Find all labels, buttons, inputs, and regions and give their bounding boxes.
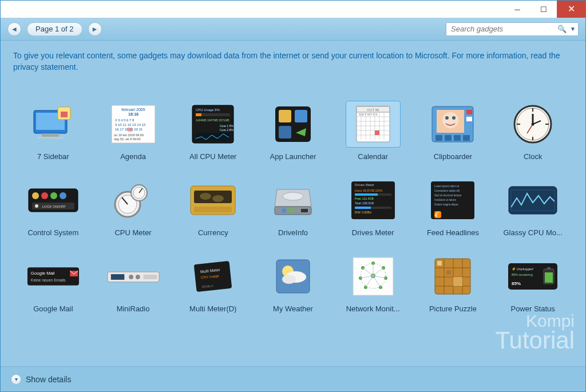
- gadget-icon: [185, 177, 240, 224]
- svg-text:Used: 65.87GB   100%: Used: 65.87GB 100%: [355, 189, 383, 192]
- svg-text:S M T W T F S: S M T W T F S: [359, 113, 378, 116]
- gadget-icon: [505, 177, 560, 224]
- gadget-label: Agenda: [120, 152, 146, 161]
- gadget-miniradio[interactable]: MiniRadio: [96, 253, 171, 313]
- gadget-my-weather[interactable]: My Weather: [255, 253, 331, 313]
- gadget-icon: [106, 253, 161, 300]
- toolbar: ◄ Page 1 of 2 ► 🔍 ▼: [1, 18, 585, 41]
- svg-rect-12: [128, 128, 132, 132]
- gadget-grid: 7 Sidebar februari 2009 18:18 2 3 4 5 6 …: [1, 78, 585, 366]
- gadget-7-sidebar[interactable]: 7 Sidebar: [15, 101, 91, 161]
- svg-text:Sed do eiusmod tempor: Sed do eiusmod tempor: [434, 194, 462, 197]
- svg-point-63: [532, 122, 534, 125]
- svg-text:2 3 4 5 6 7 8: 2 3 4 5 6 7 8: [115, 118, 134, 122]
- gadget-label: Currency: [198, 228, 228, 237]
- svg-rect-96: [355, 207, 371, 209]
- svg-point-87: [283, 192, 303, 200]
- gadget-currency[interactable]: Currency: [175, 177, 251, 237]
- gadget-icon: Drives Meter Used: 65.87GB 100% Free: 11…: [346, 177, 401, 224]
- gadget-label: All CPU Meter: [189, 152, 236, 161]
- svg-rect-151: [446, 270, 451, 275]
- svg-text:85% remaining: 85% remaining: [512, 273, 533, 276]
- search-box[interactable]: 🔍 ▼: [446, 22, 579, 36]
- svg-rect-79: [194, 191, 232, 203]
- gadget-picture-puzzle[interactable]: Picture Puzzle: [415, 253, 491, 313]
- gadget-label: Google Mail: [33, 304, 73, 313]
- gadget-label: DriveInfo: [278, 228, 308, 237]
- gadget-cpu-meter[interactable]: CPU Meter: [96, 177, 171, 237]
- svg-text:Free: 111.4GB: Free: 111.4GB: [355, 197, 374, 200]
- gadget-icon: [266, 177, 320, 224]
- svg-rect-51: [445, 135, 452, 141]
- svg-point-115: [135, 275, 140, 279]
- gadget-label: Glassy CPU Mo...: [503, 228, 562, 237]
- svg-rect-2: [42, 133, 59, 137]
- svg-text:CPU Usage   8%: CPU Usage 8%: [196, 108, 220, 112]
- svg-point-65: [32, 192, 39, 199]
- gadget-label: Multi Meter(D): [189, 304, 236, 313]
- gadget-all-cpu-meter[interactable]: CPU Usage 8% 1424MB 1947MB 3371MB Core 1…: [175, 101, 251, 161]
- svg-rect-52: [454, 135, 461, 141]
- close-button[interactable]: ✕: [557, 1, 585, 18]
- gadget-network-monitor[interactable]: Network Monit...: [335, 253, 411, 313]
- gadget-feed-headlines[interactable]: Lorem ipsum dolor sit Consectetur adipis…: [415, 177, 491, 237]
- gadget-label: Drives Meter: [352, 228, 394, 237]
- svg-rect-150: [437, 261, 442, 266]
- svg-rect-149: [453, 277, 462, 286]
- gadget-label: MiniRadio: [117, 304, 150, 313]
- svg-point-81: [212, 195, 224, 202]
- svg-text:85%: 85%: [512, 281, 521, 286]
- titlebar: ─ ☐ ✕: [1, 1, 585, 18]
- gadget-icon: [266, 101, 320, 148]
- svg-text:Keine neuen Emails: Keine neuen Emails: [31, 278, 66, 282]
- footer: ▾ Show details: [1, 366, 585, 391]
- svg-text:Core 2  8%: Core 2 8%: [220, 128, 233, 132]
- search-icon[interactable]: 🔍: [555, 25, 569, 33]
- prev-page-button[interactable]: ◄: [7, 22, 21, 36]
- svg-rect-92: [355, 193, 378, 196]
- svg-rect-50: [435, 135, 442, 141]
- svg-text:Total: 238.3GB: Total: 238.3GB: [355, 201, 374, 205]
- gadget-label: Clipboarder: [434, 152, 472, 161]
- svg-point-67: [50, 192, 57, 199]
- svg-point-47: [452, 116, 456, 120]
- gadget-app-launcher[interactable]: App Launcher: [255, 101, 331, 161]
- gadget-calendar[interactable]: OCT 06 S M T W T F S Calendar: [335, 101, 411, 161]
- gadget-clock[interactable]: Clock: [495, 101, 571, 161]
- gadget-multi-meter[interactable]: Multi Meter CPU Usage SFkilla © Multi Me…: [175, 253, 251, 313]
- svg-point-105: [436, 215, 437, 216]
- show-details-link[interactable]: Show details: [26, 375, 71, 384]
- svg-rect-53: [463, 135, 470, 141]
- gadget-label: 7 Sidebar: [37, 152, 69, 161]
- next-page-button[interactable]: ►: [88, 22, 102, 36]
- svg-text:Google Mail: Google Mail: [31, 271, 55, 276]
- chevron-down-icon[interactable]: ▾: [11, 374, 21, 385]
- privacy-notice[interactable]: To give you relevant content, some gadge…: [1, 41, 585, 78]
- gadget-driveinfo[interactable]: DriveInfo: [255, 177, 331, 237]
- gadget-label: Feed Headlines: [427, 228, 479, 237]
- gadget-icon: [505, 101, 560, 148]
- search-dropdown-icon[interactable]: ▼: [569, 26, 576, 32]
- maximize-button[interactable]: ☐: [530, 1, 557, 18]
- svg-point-85: [288, 208, 293, 213]
- gadget-clipboarder[interactable]: Clipboarder: [415, 101, 491, 161]
- gadget-icon: LOCK ON/OFF: [26, 177, 81, 224]
- svg-rect-86: [301, 209, 308, 212]
- svg-rect-48: [466, 110, 472, 114]
- gadget-power-status[interactable]: ⚡ Unplugged 85% remaining 85% Power Stat…: [495, 253, 571, 313]
- gadget-agenda[interactable]: februari 2009 18:18 2 3 4 5 6 7 8 9 10 1…: [96, 101, 171, 161]
- gadget-google-mail[interactable]: Google Mail Keine neuen Emails Google Ma…: [15, 253, 91, 313]
- svg-text:9 10 11 12 13 14 15: 9 10 11 12 13 14 15: [115, 123, 146, 126]
- svg-text:Consectetur adipis elit: Consectetur adipis elit: [434, 189, 460, 192]
- svg-text:februari 2009: februari 2009: [121, 108, 145, 112]
- gadget-control-system[interactable]: LOCK ON/OFF Control System: [15, 177, 91, 237]
- svg-text:Dolore magna aliqua: Dolore magna aliqua: [434, 203, 458, 206]
- svg-rect-156: [547, 267, 551, 270]
- minimize-button[interactable]: ─: [504, 1, 530, 18]
- svg-text:LOCK ON/OFF: LOCK ON/OFF: [42, 205, 66, 208]
- gadget-drives-meter[interactable]: Drives Meter Used: 65.87GB 100% Free: 11…: [335, 177, 411, 237]
- svg-rect-157: [545, 272, 553, 283]
- gadget-glassy-cpu[interactable]: Glassy CPU Mo...: [495, 177, 571, 237]
- svg-text:1424MB 1947MB 3371MB: 1424MB 1947MB 3371MB: [196, 118, 229, 122]
- search-input[interactable]: [451, 25, 555, 33]
